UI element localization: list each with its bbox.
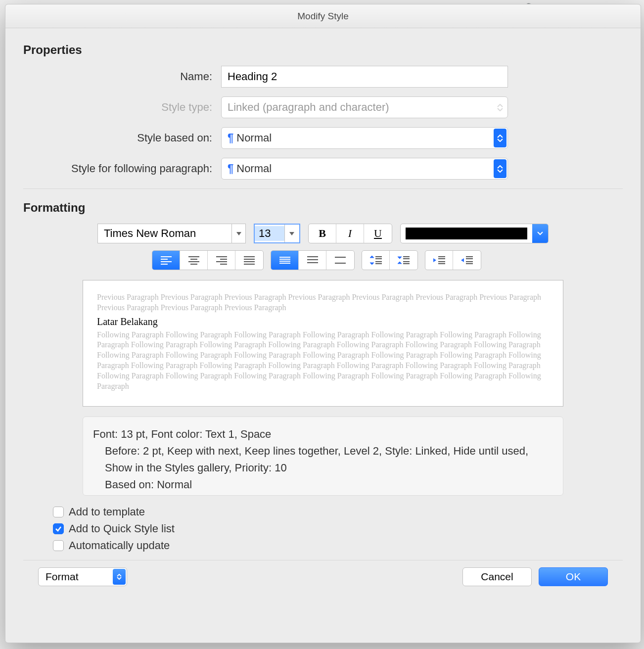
- decrease-para-spacing-button[interactable]: [390, 251, 417, 270]
- alignment-group: [152, 250, 264, 270]
- style-description: Font: 13 pt, Font color: Text 1, Space B…: [83, 417, 563, 496]
- increase-para-spacing-button[interactable]: [362, 251, 390, 270]
- spacing-single-button[interactable]: [271, 251, 299, 270]
- properties-section-title: Properties: [23, 43, 623, 57]
- font-family-select[interactable]: Times New Roman: [97, 224, 246, 243]
- chevrons-icon: [494, 98, 506, 117]
- pilcrow-icon: ¶: [228, 162, 233, 176]
- decrease-indent-button[interactable]: [425, 251, 453, 270]
- para-spacing-group: [362, 250, 418, 270]
- underline-button[interactable]: U: [364, 224, 392, 243]
- formatting-section-title: Formatting: [23, 201, 623, 215]
- chevrons-icon: [494, 159, 506, 178]
- font-style-group: B I U: [308, 224, 392, 243]
- add-to-quick-style-checkbox[interactable]: [53, 523, 64, 534]
- dropdown-icon: [532, 224, 548, 243]
- based-on-label: Style based on:: [23, 132, 221, 144]
- name-input[interactable]: [221, 66, 508, 88]
- dropdown-icon: [284, 225, 298, 242]
- preview-previous-text: Previous Paragraph Previous Paragraph Pr…: [97, 292, 549, 313]
- dialog-title: Modify Style: [297, 11, 348, 22]
- style-type-select: Linked (paragraph and character): [221, 96, 508, 118]
- color-swatch: [406, 228, 527, 239]
- ok-button[interactable]: OK: [539, 567, 608, 586]
- following-label: Style for following paragraph:: [23, 162, 221, 175]
- pilcrow-icon: ¶: [228, 131, 233, 145]
- align-right-button[interactable]: [208, 251, 235, 270]
- add-to-template-checkbox[interactable]: [53, 507, 64, 517]
- font-color-select[interactable]: [400, 224, 549, 243]
- modify-style-dialog: Modify Style Properties Name: Style type…: [5, 4, 641, 643]
- following-select[interactable]: ¶Normal: [221, 158, 508, 180]
- spacing-15-button[interactable]: [299, 251, 326, 270]
- align-center-button[interactable]: [180, 251, 208, 270]
- cancel-button[interactable]: Cancel: [462, 567, 532, 586]
- indent-group: [425, 250, 481, 270]
- font-size-input[interactable]: [254, 224, 300, 243]
- italic-button[interactable]: I: [336, 224, 364, 243]
- align-justify-button[interactable]: [235, 251, 263, 270]
- increase-indent-button[interactable]: [453, 251, 481, 270]
- dropdown-icon: [231, 224, 245, 243]
- preview-box: Previous Paragraph Previous Paragraph Pr…: [83, 280, 563, 407]
- name-label: Name:: [23, 70, 221, 83]
- format-menu-button[interactable]: Format: [38, 567, 127, 586]
- bold-button[interactable]: B: [309, 224, 336, 243]
- based-on-select[interactable]: ¶Normal: [221, 127, 508, 149]
- add-to-template-label: Add to template: [69, 506, 145, 518]
- chevrons-icon: [494, 129, 506, 147]
- add-to-quick-style-label: Add to Quick Style list: [69, 522, 175, 535]
- auto-update-checkbox[interactable]: [53, 540, 64, 551]
- style-type-label: Style type:: [23, 101, 221, 114]
- line-spacing-group: [271, 250, 355, 270]
- dialog-titlebar: Modify Style: [5, 4, 641, 28]
- preview-sample-text: Latar Belakang: [97, 314, 549, 329]
- spacing-double-button[interactable]: [326, 251, 354, 270]
- chevrons-icon: [113, 569, 126, 585]
- align-left-button[interactable]: [152, 251, 180, 270]
- preview-following-text: Following Paragraph Following Paragraph …: [97, 330, 549, 392]
- auto-update-label: Automatically update: [69, 539, 170, 552]
